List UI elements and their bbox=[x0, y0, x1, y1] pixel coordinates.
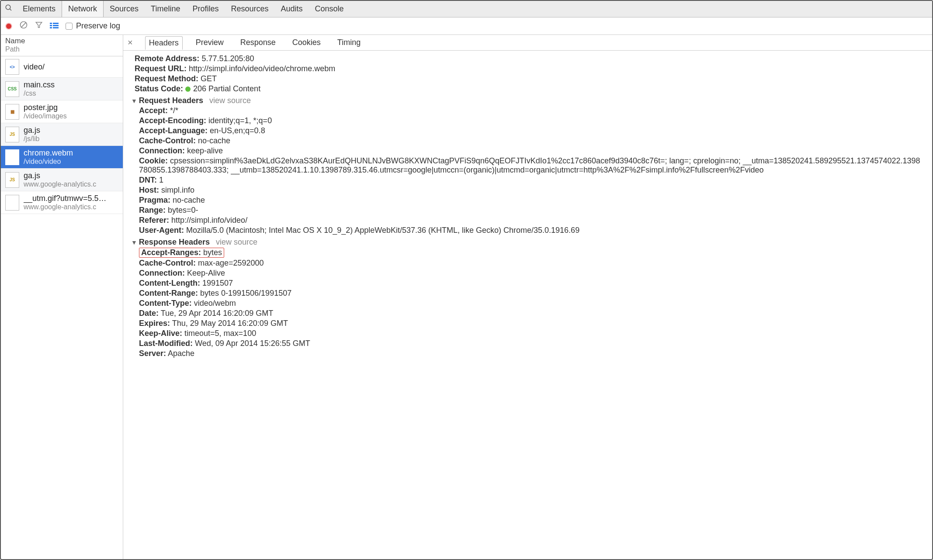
header-key: Cookie: bbox=[139, 156, 168, 165]
headers-body: Remote Address: 5.77.51.205:80 Request U… bbox=[123, 51, 932, 559]
header-value: Wed, 09 Apr 2014 15:26:55 GMT bbox=[195, 339, 310, 348]
top-tab-audits[interactable]: Audits bbox=[275, 1, 309, 17]
detail-tab-timing[interactable]: Timing bbox=[334, 36, 364, 49]
header-row: Expires: Thu, 29 May 2014 16:20:09 GMT bbox=[139, 319, 924, 328]
header-key: Content-Length: bbox=[139, 279, 200, 287]
response-headers-title: Response Headers bbox=[139, 238, 210, 246]
top-tab-network[interactable]: Network bbox=[62, 1, 104, 17]
header-value: en-US,en;q=0.8 bbox=[210, 126, 265, 135]
request-row[interactable]: JSga.jswww.google-analytics.c bbox=[1, 169, 123, 191]
request-path: /video/images bbox=[24, 112, 67, 120]
header-key: Expires: bbox=[139, 319, 170, 328]
request-headers-title: Request Headers bbox=[139, 96, 203, 105]
header-value: max-age=2592000 bbox=[198, 259, 264, 267]
request-list-header: Name Path bbox=[1, 35, 123, 56]
top-tab-timeline[interactable]: Timeline bbox=[145, 1, 186, 17]
header-row: Cache-Control: max-age=2592000 bbox=[139, 259, 924, 268]
detail-tab-response[interactable]: Response bbox=[237, 36, 279, 49]
request-name: chrome.webm bbox=[24, 149, 73, 158]
request-row[interactable]: CSSmain.css/css bbox=[1, 78, 123, 100]
header-key: Host: bbox=[139, 186, 159, 194]
header-key: Keep-Alive: bbox=[139, 329, 182, 338]
detail-tab-preview[interactable]: Preview bbox=[192, 36, 227, 49]
request-list-panel: Name Path <>video/CSSmain.css/css▦poster… bbox=[1, 35, 123, 559]
header-row: Keep-Alive: timeout=5, max=100 bbox=[139, 329, 924, 338]
header-row: Cookie: cpsession=simplinf%3aeDkLdG2elvx… bbox=[139, 156, 924, 175]
header-row: Accept-Encoding: identity;q=1, *;q=0 bbox=[139, 116, 924, 125]
filter-icon[interactable] bbox=[35, 21, 43, 31]
top-tab-resources[interactable]: Resources bbox=[225, 1, 275, 17]
svg-line-3 bbox=[21, 22, 26, 28]
search-icon[interactable] bbox=[1, 4, 17, 14]
request-row[interactable]: JSga.js/js/lib bbox=[1, 123, 123, 146]
header-key: DNT: bbox=[139, 176, 157, 184]
header-value: bytes bbox=[203, 248, 222, 257]
network-toolbar: Preserve log bbox=[1, 17, 932, 35]
top-tabbar: ElementsNetworkSourcesTimelineProfilesRe… bbox=[1, 1, 932, 17]
request-row[interactable]: <>video/ bbox=[1, 56, 123, 78]
header-row: Server: Apache bbox=[139, 349, 924, 358]
header-row: Pragma: no-cache bbox=[139, 196, 924, 205]
detail-tab-cookies[interactable]: Cookies bbox=[289, 36, 324, 49]
header-key: Referer: bbox=[139, 216, 169, 225]
header-value: timeout=5, max=100 bbox=[184, 329, 256, 338]
view-source-link[interactable]: view source bbox=[216, 238, 257, 247]
view-source-link[interactable]: view source bbox=[209, 96, 251, 105]
file-type-icon bbox=[5, 195, 19, 211]
chevron-down-icon: ▼ bbox=[131, 97, 137, 104]
chevron-down-icon: ▼ bbox=[131, 239, 137, 246]
status-code-label: Status Code: bbox=[135, 84, 183, 93]
request-row[interactable]: ▦poster.jpg/video/images bbox=[1, 100, 123, 123]
svg-line-1 bbox=[10, 9, 11, 10]
top-tab-console[interactable]: Console bbox=[309, 1, 350, 17]
top-tab-elements[interactable]: Elements bbox=[17, 1, 62, 17]
svg-rect-5 bbox=[50, 23, 52, 24]
request-row[interactable]: __utm.gif?utmwv=5.5…www.google-analytics… bbox=[1, 191, 123, 214]
general-section: Remote Address: 5.77.51.205:80 Request U… bbox=[131, 54, 924, 93]
remote-address-label: Remote Address: bbox=[135, 54, 199, 63]
request-path: www.google-analytics.c bbox=[24, 203, 107, 211]
detail-tab-headers[interactable]: Headers bbox=[145, 36, 183, 50]
preserve-log-label: Preserve log bbox=[76, 21, 120, 31]
header-key: Cache-Control: bbox=[139, 259, 196, 267]
close-icon[interactable]: × bbox=[128, 38, 135, 48]
header-key: Content-Range: bbox=[139, 289, 198, 297]
header-row: Content-Length: 1991507 bbox=[139, 279, 924, 288]
response-headers-section-head[interactable]: ▼Response Headers view source bbox=[131, 238, 924, 247]
header-row: User-Agent: Mozilla/5.0 (Macintosh; Inte… bbox=[139, 226, 924, 235]
request-url-value: http://simpl.info/video/video/chrome.web… bbox=[189, 64, 335, 73]
top-tab-profiles[interactable]: Profiles bbox=[186, 1, 225, 17]
record-button[interactable] bbox=[5, 23, 12, 30]
header-row: Host: simpl.info bbox=[139, 186, 924, 195]
header-value: identity;q=1, *;q=0 bbox=[208, 116, 272, 125]
request-row[interactable]: chrome.webm/video/video bbox=[1, 146, 123, 169]
header-value: bytes 0-1991506/1991507 bbox=[200, 289, 291, 297]
column-path: Path bbox=[5, 45, 118, 53]
request-headers-section-head[interactable]: ▼Request Headers view source bbox=[131, 96, 924, 105]
header-value: Apache bbox=[168, 349, 194, 358]
column-name: Name bbox=[5, 37, 118, 45]
clear-icon[interactable] bbox=[19, 21, 28, 31]
header-row: Range: bytes=0- bbox=[139, 206, 924, 215]
request-list: <>video/CSSmain.css/css▦poster.jpg/video… bbox=[1, 56, 123, 559]
detail-panel: × HeadersPreviewResponseCookiesTiming Re… bbox=[123, 35, 932, 559]
header-key: Connection: bbox=[139, 146, 185, 155]
top-tab-sources[interactable]: Sources bbox=[104, 1, 145, 17]
request-method-label: Request Method: bbox=[135, 74, 198, 83]
file-type-icon: ▦ bbox=[5, 104, 19, 120]
file-type-icon bbox=[5, 149, 19, 165]
request-name: main.css bbox=[24, 80, 55, 90]
request-path: /js/lib bbox=[24, 135, 40, 143]
header-key: Range: bbox=[139, 206, 166, 214]
file-type-icon: CSS bbox=[5, 81, 19, 97]
header-value: video/webm bbox=[194, 299, 236, 308]
request-name: ga.js bbox=[24, 171, 96, 180]
request-url-label: Request URL: bbox=[135, 64, 187, 73]
preserve-log-checkbox[interactable] bbox=[66, 23, 73, 30]
request-name: __utm.gif?utmwv=5.5… bbox=[24, 194, 107, 203]
header-value: 1 bbox=[159, 176, 163, 184]
header-row: Cache-Control: no-cache bbox=[139, 136, 924, 145]
view-toggle-icon[interactable] bbox=[50, 21, 59, 31]
remote-address-value: 5.77.51.205:80 bbox=[201, 54, 254, 63]
request-headers-list: Accept: */*Accept-Encoding: identity;q=1… bbox=[131, 106, 924, 235]
